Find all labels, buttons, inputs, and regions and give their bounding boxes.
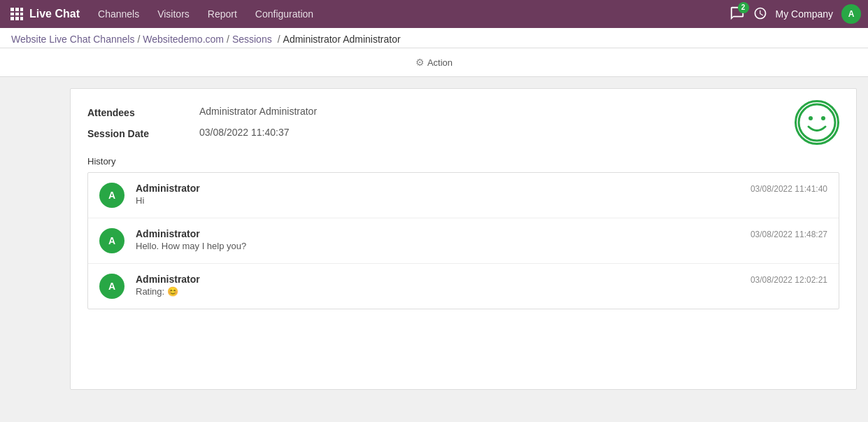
svg-point-11 (821, 116, 825, 120)
history-name: Administrator (136, 183, 739, 194)
svg-rect-5 (20, 13, 23, 15)
nav-configuration[interactable]: Configuration (247, 4, 322, 24)
svg-rect-6 (10, 17, 14, 20)
breadcrumb-sep-2: / (227, 34, 229, 45)
grid-menu-icon[interactable] (7, 4, 27, 24)
history-label: History (87, 156, 839, 167)
avatar: A (99, 274, 124, 299)
sidebar-left (0, 77, 70, 401)
breadcrumb-item-channels[interactable]: Website Live Chat Channels (11, 34, 134, 45)
history-row: A Administrator Hello. How may I help yo… (88, 218, 839, 264)
chat-badge: 2 (738, 2, 749, 13)
session-date-row: Session Date 03/08/2022 11:40:37 (87, 127, 839, 139)
svg-point-10 (809, 116, 813, 120)
history-timestamp: 03/08/2022 11:48:27 (750, 228, 827, 239)
history-body: Administrator Hi (136, 183, 739, 206)
main-content: Attendees Administrator Administrator Se… (0, 77, 868, 401)
app-title: Live Chat (29, 8, 80, 20)
attendees-value: Administrator Administrator (199, 106, 317, 117)
attendees-label: Attendees (87, 106, 199, 118)
svg-rect-7 (15, 17, 19, 20)
history-message: Hi (136, 195, 739, 206)
history-message: Hello. How may I help you? (136, 241, 739, 251)
form-section: Attendees Administrator Administrator Se… (87, 106, 839, 139)
svg-rect-8 (20, 17, 23, 20)
clock-icon[interactable] (753, 6, 767, 22)
history-table: A Administrator Hi 03/08/2022 11:41:40 A… (87, 172, 839, 309)
svg-rect-0 (10, 8, 14, 11)
gear-icon: ⚙ (415, 57, 425, 68)
avatar: A (99, 228, 124, 253)
breadcrumb-area: Website Live Chat Channels / Websitedemo… (0, 28, 868, 48)
nav-report[interactable]: Report (199, 4, 246, 24)
breadcrumb: Website Live Chat Channels / Websitedemo… (11, 34, 857, 45)
action-label: Action (427, 57, 453, 68)
chat-notifications-icon[interactable]: 2 (730, 6, 745, 23)
session-date-value: 03/08/2022 11:40:37 (199, 127, 289, 138)
breadcrumb-current: Administrator Administrator (283, 34, 401, 45)
action-button[interactable]: ⚙ Action (410, 54, 458, 71)
history-timestamp: 03/08/2022 12:02:21 (750, 274, 827, 285)
breadcrumb-sep-1: / (137, 34, 140, 45)
history-body: Administrator Rating: 😊 (136, 274, 739, 297)
history-row: A Administrator Hi 03/08/2022 11:41:40 (88, 173, 839, 218)
breadcrumb-sep-3: / (278, 34, 280, 45)
attendees-row: Attendees Administrator Administrator (87, 106, 839, 118)
smiley-face-icon (795, 100, 839, 145)
history-message: Rating: 😊 (136, 286, 739, 297)
breadcrumb-item-website[interactable]: Websitedemo.com (143, 34, 224, 45)
content-area: Attendees Administrator Administrator Se… (70, 88, 857, 390)
history-body: Administrator Hello. How may I help you? (136, 228, 739, 251)
topbar-right: 2 My Company A (730, 4, 861, 24)
nav-channels[interactable]: Channels (90, 4, 148, 24)
company-name[interactable]: My Company (776, 8, 833, 20)
user-avatar[interactable]: A (841, 4, 861, 24)
history-row: A Administrator Rating: 😊 03/08/2022 12:… (88, 264, 839, 309)
svg-rect-3 (10, 13, 14, 15)
nav-visitors[interactable]: Visitors (149, 4, 198, 24)
session-date-label: Session Date (87, 127, 199, 139)
history-section: History A Administrator Hi 03/08/2022 11… (87, 156, 839, 309)
action-bar: ⚙ Action (0, 48, 868, 77)
history-name: Administrator (136, 228, 739, 239)
svg-rect-2 (20, 8, 23, 11)
svg-point-9 (799, 104, 835, 141)
svg-rect-1 (15, 8, 19, 11)
topbar: Live Chat Channels Visitors Report Confi… (0, 0, 868, 28)
breadcrumb-item-sessions[interactable]: Sessions (232, 34, 272, 45)
history-name: Administrator (136, 274, 739, 285)
topbar-nav: Channels Visitors Report Configuration (90, 4, 727, 24)
svg-rect-4 (15, 13, 19, 15)
avatar: A (99, 183, 124, 208)
history-timestamp: 03/08/2022 11:41:40 (750, 183, 827, 194)
